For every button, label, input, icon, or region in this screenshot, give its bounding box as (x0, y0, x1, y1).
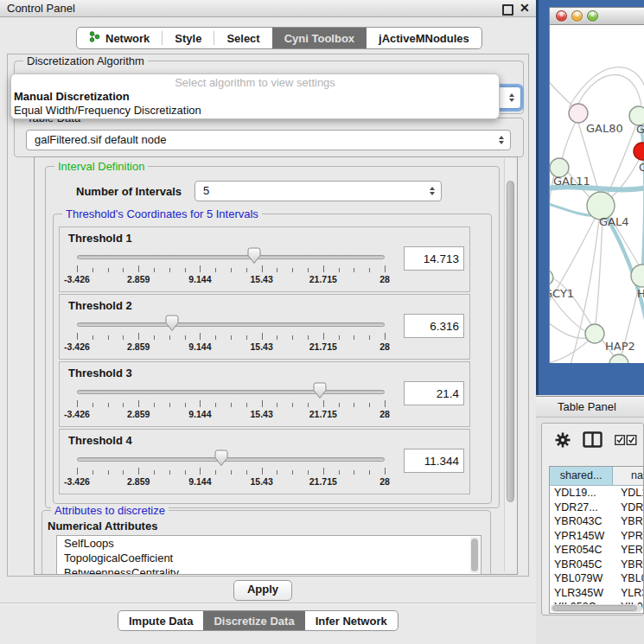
tab-discretize-data[interactable]: Discretize Data (203, 611, 304, 630)
tab-cyni-toolbox-label: Cyni Toolbox (284, 32, 354, 45)
table-panel-body: shared... na YDL19...YDL1YDR27...YDR2YBR… (536, 418, 644, 644)
select-columns-button[interactable] (615, 434, 637, 450)
attributes-group: Attributes to discretize Numerical Attri… (41, 510, 491, 575)
combo-spinner-icon (509, 93, 514, 102)
table-data-combo[interactable]: galFiltered.sif default node (26, 130, 511, 150)
table-row[interactable]: YDR27...YDR2 (550, 501, 643, 515)
tab-discretize-data-label: Discretize Data (214, 615, 294, 628)
threshold-4-slider[interactable]: -3.4262.8599.14415.4321.71528 (68, 449, 397, 490)
threshold-3-box: Threshold 3 -3.4262.8599.14415.4321.7152… (59, 361, 470, 427)
tab-select[interactable]: Select (214, 28, 271, 48)
threshold-3-label: Threshold 3 (68, 367, 132, 379)
network-node-label: GAL80 (586, 122, 623, 135)
close-traffic-light[interactable] (556, 10, 567, 22)
network-edge[interactable] (578, 74, 641, 105)
table-row[interactable]: YDL19...YDL1 (550, 486, 643, 501)
network-node[interactable] (631, 265, 644, 287)
network-edge[interactable] (562, 122, 576, 159)
tab-impute-data[interactable]: Impute Data (118, 611, 203, 630)
network-edge[interactable] (607, 124, 636, 195)
network-window-titlebar[interactable] (550, 8, 644, 25)
scrollbar-thumb[interactable] (552, 605, 637, 611)
table-row[interactable]: YER054CYER0 (550, 543, 643, 558)
threshold-4-box: Threshold 4 -3.4262.8599.14415.4321.7152… (59, 429, 470, 494)
slider-thumb[interactable] (165, 315, 179, 332)
tab-cyni-toolbox[interactable]: Cyni Toolbox (272, 28, 367, 48)
threshold-1-value-input[interactable] (404, 246, 464, 271)
threshold-2-slider[interactable]: -3.4262.8599.14415.4321.71528 (68, 314, 397, 355)
slider-track[interactable] (77, 457, 385, 462)
right-region: GAL80GACGAL11GAL4GCY1HHAP2 Table Panel (536, 0, 644, 644)
network-edge[interactable] (609, 158, 640, 200)
scrollbar-thumb[interactable] (507, 181, 514, 502)
panel-title: Control Panel (7, 2, 75, 15)
interval-definition-group: Interval Definition Number of Intervals … (45, 166, 500, 508)
threshold-2-value-input[interactable] (404, 314, 464, 338)
network-node[interactable] (550, 270, 553, 285)
table-data-group: Table Data galFiltered.sif default node (14, 118, 524, 157)
dropdown-option-manual-discretization[interactable]: Manual Discretization (11, 90, 499, 104)
vertical-scrollbar[interactable] (504, 158, 516, 571)
attribute-list-item[interactable]: SelfLoops (57, 536, 481, 551)
threshold-3-value-input[interactable] (404, 381, 464, 405)
network-canvas[interactable]: GAL80GACGAL11GAL4GCY1HHAP2 (550, 25, 644, 363)
threshold-3-slider[interactable]: -3.4262.8599.14415.4321.71528 (68, 381, 397, 423)
column-panel-button[interactable] (583, 431, 603, 451)
table-row[interactable]: YLR345WYLR3 (550, 586, 643, 601)
network-window-frame[interactable]: GAL80GACGAL11GAL4GCY1HHAP2 (536, 0, 644, 395)
dropdown-placeholder: Select algorithm to view settings (11, 76, 499, 90)
zoom-traffic-light[interactable] (587, 10, 598, 22)
network-edge[interactable] (550, 77, 572, 105)
tab-network[interactable]: Network (77, 28, 162, 48)
network-node[interactable] (609, 354, 628, 363)
node-attribute-table: shared... na YDL19...YDL1YDR27...YDR2YBR… (549, 466, 644, 614)
apply-button[interactable]: Apply (233, 580, 292, 601)
table-row[interactable]: YBR043CYBR0 (550, 514, 643, 529)
threshold-2-box: Threshold 2 -3.4262.8599.14415.4321.7152… (59, 294, 470, 360)
float-panel-icon[interactable] (502, 4, 513, 16)
list-scrollbar[interactable] (470, 537, 480, 573)
dropdown-option-equal-width-frequency[interactable]: Equal Width/Frequency Discretization (11, 104, 499, 118)
column-header-name[interactable]: na (613, 467, 643, 485)
network-edge[interactable] (550, 340, 590, 363)
slider-track[interactable] (77, 322, 385, 327)
scrollbar-thumb[interactable] (471, 539, 478, 571)
slider-thumb[interactable] (214, 450, 228, 467)
table-row[interactable]: YPR145WYPR1 (550, 529, 643, 544)
number-of-intervals-combo[interactable]: 5 (194, 181, 442, 201)
tab-network-label: Network (105, 32, 150, 45)
discretization-algorithm-title: Discretization Algorithm (23, 54, 148, 67)
table-panel-header: Table Panel (536, 396, 644, 418)
network-node-label: H (637, 287, 644, 300)
table-row[interactable]: YBR045CYBR0 (550, 558, 643, 572)
network-node[interactable] (634, 143, 644, 160)
network-node[interactable] (585, 324, 604, 343)
tab-infer-network[interactable]: Infer Network (305, 611, 398, 630)
column-header-shared-name[interactable]: shared... (550, 467, 613, 485)
attribute-list-item[interactable]: BetweennessCentrality (57, 565, 481, 575)
table-settings-button[interactable] (554, 431, 571, 452)
slider-thumb[interactable] (247, 247, 261, 265)
threshold-1-slider[interactable]: -3.4262.8599.14415.4321.71528 (68, 246, 397, 288)
slider-track[interactable] (77, 390, 385, 394)
combo-spinner-icon (430, 187, 435, 195)
slider-track[interactable] (77, 255, 385, 259)
tab-style[interactable]: Style (163, 28, 214, 48)
network-node-label: GCY1 (550, 287, 574, 300)
table-rows: YDL19...YDL1YDR27...YDR2YBR043CYBR0YPR14… (550, 486, 643, 614)
minimize-traffic-light[interactable] (571, 10, 583, 22)
network-node-label: GAL11 (553, 175, 590, 188)
numerical-attributes-list[interactable]: SelfLoopsTopologicalCoefficientBetweenne… (56, 535, 481, 575)
slider-thumb[interactable] (313, 382, 327, 399)
tab-jactivemnodules[interactable]: jActiveMNodules (367, 28, 481, 48)
algorithm-dropdown-popup: Select algorithm to view settings Manual… (10, 73, 500, 119)
network-node[interactable] (569, 104, 588, 123)
slider-tick-labels: -3.4262.8599.14415.4321.71528 (77, 341, 385, 353)
close-panel-icon[interactable]: ✕ (520, 1, 530, 15)
tab-select-label: Select (226, 32, 259, 45)
threshold-4-value-input[interactable] (404, 449, 464, 473)
attribute-list-item[interactable]: TopologicalCoefficient (57, 551, 481, 565)
table-row[interactable]: YBL079WYBL0 (550, 571, 643, 586)
tab-infer-network-label: Infer Network (316, 615, 387, 628)
horizontal-scrollbar[interactable] (551, 604, 642, 612)
